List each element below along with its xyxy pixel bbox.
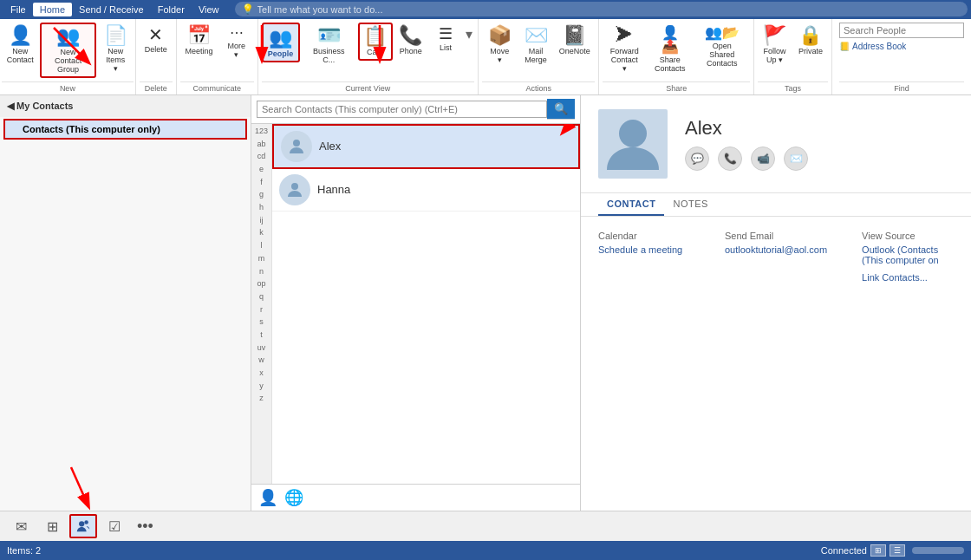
- delete-label: Delete: [145, 45, 167, 54]
- contacts-this-computer-item[interactable]: Contacts (This computer only): [3, 119, 247, 140]
- alpha-f[interactable]: f: [258, 177, 264, 189]
- contact-footer-icon1[interactable]: 👤: [258, 488, 277, 507]
- alpha-x[interactable]: x: [257, 368, 265, 380]
- menu-send-receive[interactable]: Send / Receive: [72, 3, 151, 16]
- my-contacts-header: ◀ My Contacts: [0, 95, 251, 117]
- meeting-button[interactable]: 📅 Meeting: [180, 23, 218, 59]
- alpha-e[interactable]: e: [257, 164, 265, 176]
- private-icon: 🔒: [798, 26, 822, 45]
- tell-me-bar[interactable]: 💡: [235, 2, 968, 16]
- business-card-button[interactable]: 🪪 Business C...: [302, 23, 356, 68]
- email-link[interactable]: outlooktutorial@aol.com: [725, 244, 827, 255]
- bottom-nav: ✉ ⊞ ☑ •••: [0, 511, 971, 541]
- link-contacts-link[interactable]: Link Contacts...: [862, 272, 928, 283]
- share-contacts-button[interactable]: 👤📤 ShareContacts: [648, 23, 692, 76]
- svg-point-4: [84, 520, 88, 524]
- alpha-ij[interactable]: ij: [258, 215, 265, 227]
- alpha-r[interactable]: r: [258, 304, 264, 316]
- contact-item-alex[interactable]: Alex: [272, 124, 580, 169]
- address-book-link[interactable]: 📒 Address Book: [839, 42, 964, 51]
- card-view-button[interactable]: 📋 Card: [358, 23, 393, 61]
- nav-tasks-button[interactable]: ☑: [101, 514, 128, 538]
- list-view-button[interactable]: ☰ List: [429, 23, 462, 55]
- contact-list-with-alpha: 123 ab cd e f g h ij k l m n op q r s t: [251, 124, 580, 484]
- private-button[interactable]: 🔒 Private: [793, 23, 828, 59]
- view-compact-button[interactable]: ☰: [890, 544, 905, 557]
- view-normal-button[interactable]: ⊞: [870, 544, 886, 557]
- mail-merge-icon: ✉️: [525, 26, 548, 45]
- search-people-input[interactable]: [844, 25, 939, 36]
- forward-contact-icon: ⮞: [615, 26, 634, 45]
- link-contacts-section: Link Contacts...: [862, 272, 954, 283]
- phone-view-button[interactable]: 📞 Phone: [394, 23, 427, 59]
- svg-point-2: [619, 120, 647, 147]
- new-contact-group-button[interactable]: 👥 New ContactGroup: [40, 23, 95, 78]
- delete-group-label: Delete: [140, 81, 173, 94]
- delete-button[interactable]: ✕ Delete: [140, 23, 173, 57]
- view-source-link[interactable]: Outlook (Contacts (This computer on: [862, 244, 939, 265]
- new-group-label: New: [2, 81, 134, 94]
- card-view-label: Card: [367, 48, 384, 56]
- new-items-button[interactable]: 📄 NewItems ▾: [98, 23, 134, 76]
- alpha-l[interactable]: l: [259, 240, 264, 252]
- follow-up-label: FollowUp ▾: [763, 47, 785, 64]
- forward-contact-button[interactable]: ⮞ ForwardContact ▾: [603, 23, 646, 76]
- tell-me-input[interactable]: [257, 4, 396, 15]
- mail-merge-button[interactable]: ✉️ MailMerge: [519, 23, 552, 68]
- follow-up-button[interactable]: 🚩 FollowUp ▾: [758, 23, 792, 68]
- contact-search-input[interactable]: [257, 101, 547, 118]
- forward-contact-label: ForwardContact ▾: [608, 47, 641, 73]
- alpha-cd[interactable]: cd: [256, 151, 268, 163]
- alpha-m[interactable]: m: [257, 253, 267, 265]
- contact-search-button[interactable]: 🔍: [547, 99, 575, 120]
- alpha-h[interactable]: h: [257, 202, 265, 214]
- alpha-n[interactable]: n: [257, 266, 265, 278]
- action-email-icon[interactable]: ✉️: [784, 147, 808, 171]
- alpha-g[interactable]: g: [257, 189, 265, 201]
- open-shared-button[interactable]: 👥📂 Open SharedContacts: [694, 23, 750, 71]
- schedule-meeting-link[interactable]: Schedule a meeting: [598, 244, 682, 255]
- zoom-slider[interactable]: [912, 547, 964, 554]
- view-expand-icon[interactable]: ▾: [464, 23, 474, 46]
- connection-status: Connected: [821, 545, 867, 556]
- action-call-icon[interactable]: 📞: [718, 147, 742, 171]
- alpha-123[interactable]: 123: [253, 126, 270, 138]
- nav-people-button[interactable]: [69, 514, 97, 538]
- view-source-label: View Source: [862, 231, 954, 241]
- more-button[interactable]: ⋯ More ▾: [219, 23, 253, 62]
- tab-notes[interactable]: NOTES: [664, 193, 716, 216]
- meeting-icon: 📅: [187, 26, 211, 45]
- alpha-s[interactable]: s: [257, 316, 265, 329]
- nav-calendar-button[interactable]: ⊞: [38, 514, 66, 538]
- alpha-op[interactable]: op: [255, 278, 267, 290]
- search-people-box: [839, 23, 964, 38]
- detail-action-icons: 💬 📞 📹 ✉️: [685, 147, 808, 171]
- menu-folder[interactable]: Folder: [151, 3, 192, 16]
- people-view-button[interactable]: 👥 People: [262, 23, 300, 62]
- alpha-w[interactable]: w: [257, 355, 266, 367]
- contact-footer-icon2[interactable]: 🌐: [284, 488, 303, 507]
- move-button[interactable]: 📦 Move ▾: [482, 23, 518, 68]
- alpha-ab[interactable]: ab: [255, 139, 267, 151]
- menu-view[interactable]: View: [192, 3, 226, 16]
- contact-search-bar: 🔍: [251, 95, 580, 124]
- action-video-icon[interactable]: 📹: [751, 147, 775, 171]
- action-message-icon[interactable]: 💬: [685, 147, 709, 171]
- alpha-z[interactable]: z: [257, 393, 265, 405]
- onenote-button[interactable]: 📓 OneNote: [554, 23, 595, 59]
- alpha-q[interactable]: q: [257, 291, 265, 303]
- menu-file[interactable]: File: [3, 3, 33, 16]
- alpha-k[interactable]: k: [257, 227, 265, 239]
- new-contact-button[interactable]: 👤 NewContact: [2, 23, 38, 68]
- tab-contact[interactable]: CONTACT: [598, 193, 664, 216]
- detail-tabs: CONTACT NOTES: [581, 193, 971, 217]
- alpha-t[interactable]: t: [258, 329, 264, 342]
- phone-label: Phone: [400, 47, 422, 55]
- contact-list-area: 🔍 123 ab cd e f g h ij k l m n: [251, 95, 581, 511]
- contact-item-hanna[interactable]: Hanna: [272, 169, 580, 212]
- alpha-y[interactable]: y: [257, 381, 265, 393]
- menu-home[interactable]: Home: [33, 3, 72, 16]
- nav-mail-button[interactable]: ✉: [7, 514, 35, 538]
- nav-more-button[interactable]: •••: [132, 514, 159, 539]
- alpha-uv[interactable]: uv: [256, 342, 268, 355]
